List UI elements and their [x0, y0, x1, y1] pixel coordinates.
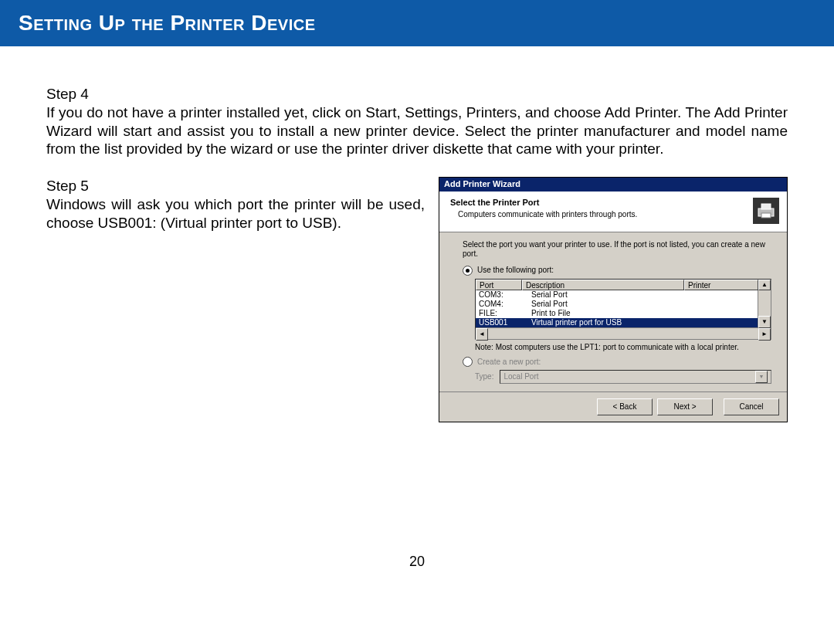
- port-list[interactable]: Port Description Printer ▲ COM3: Serial …: [475, 279, 771, 340]
- wizard-subheader-desc: Computers communicate with printers thro…: [458, 210, 637, 220]
- cancel-button[interactable]: Cancel: [724, 398, 779, 415]
- page-header: Setting Up the Printer Device: [0, 0, 834, 46]
- scroll-right-icon[interactable]: ►: [758, 328, 771, 341]
- wizard-note: Note: Most computers use the LPT1: port …: [475, 343, 771, 353]
- svg-rect-1: [761, 204, 771, 209]
- next-button[interactable]: Next >: [657, 398, 713, 415]
- scroll-left-icon[interactable]: ◄: [476, 328, 488, 341]
- radio-create-label: Create a new port:: [477, 358, 541, 368]
- col-printer[interactable]: Printer: [684, 280, 758, 290]
- table-row[interactable]: FILE: Print to File: [476, 309, 771, 318]
- wizard-instruction: Select the port you want your printer to…: [463, 240, 771, 259]
- step5-body: Windows will ask you which port the prin…: [46, 195, 425, 232]
- step4-label: Step 4: [46, 85, 788, 103]
- page-header-title: Setting Up the Printer Device: [19, 11, 316, 35]
- type-value: Local Port: [503, 372, 538, 382]
- table-row-selected[interactable]: USB001 Virtual printer port for USB: [476, 318, 771, 327]
- port-list-header: Port Description Printer ▲: [476, 280, 771, 290]
- table-row[interactable]: COM4: Serial Port: [476, 300, 771, 309]
- page-body: Step 4 If you do not have a printer inst…: [0, 46, 834, 579]
- radio-use-following-port[interactable]: Use the following port:: [463, 266, 771, 276]
- radio-icon: [463, 357, 473, 367]
- scroll-up-icon[interactable]: ▲: [758, 280, 771, 290]
- step5-label: Step 5: [46, 177, 425, 195]
- wizard-titlebar: Add Printer Wizard: [439, 178, 787, 192]
- page-number: 20: [0, 553, 834, 571]
- col-description[interactable]: Description: [522, 280, 684, 290]
- radio-icon: [463, 266, 473, 276]
- add-printer-wizard-dialog: Add Printer Wizard Select the Printer Po…: [439, 177, 788, 422]
- type-label: Type:: [475, 372, 493, 382]
- step4-body: If you do not have a printer installed y…: [46, 103, 788, 158]
- radio-create-new-port[interactable]: Create a new port:: [463, 357, 771, 367]
- wizard-subheader: Select the Printer Port Computers commun…: [439, 192, 787, 232]
- table-row[interactable]: COM3: Serial Port: [476, 290, 771, 300]
- scroll-down-icon[interactable]: ▼: [758, 316, 771, 328]
- wizard-footer: < Back Next > Cancel: [439, 391, 787, 422]
- col-port[interactable]: Port: [476, 280, 522, 290]
- svg-rect-2: [761, 213, 771, 218]
- back-button[interactable]: < Back: [597, 398, 653, 415]
- radio-use-label: Use the following port:: [477, 266, 554, 276]
- printer-icon: [753, 198, 779, 224]
- wizard-subheader-title: Select the Printer Port: [450, 198, 637, 208]
- horizontal-scrollbar[interactable]: ◄ ►: [476, 327, 771, 339]
- type-dropdown: Local Port ▼: [500, 370, 771, 384]
- wizard-title-text: Add Printer Wizard: [444, 179, 520, 188]
- chevron-down-icon: ▼: [755, 371, 768, 383]
- vertical-scrollbar[interactable]: ▼: [758, 290, 771, 328]
